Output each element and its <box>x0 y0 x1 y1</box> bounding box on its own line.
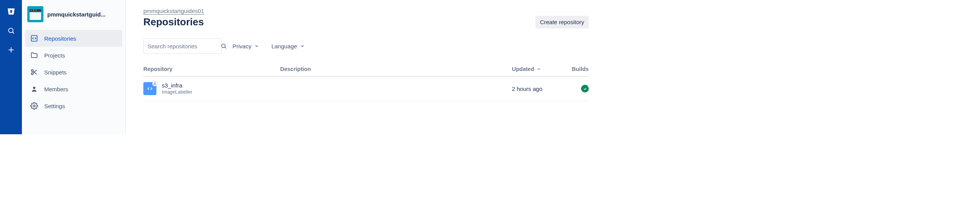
filter-row: Privacy Language <box>143 38 589 54</box>
col-updated[interactable]: Updated <box>512 66 566 72</box>
sidebar-item-snippets[interactable]: Snippets <box>25 64 122 81</box>
chevron-down-icon <box>300 44 305 48</box>
col-builds: Builds <box>566 66 589 72</box>
sidebar-item-label: Members <box>44 86 68 92</box>
svg-rect-13 <box>154 84 156 85</box>
table-row[interactable]: s3_infra ImageLabeller 2 hours ago <box>143 77 589 101</box>
svg-point-9 <box>33 87 35 89</box>
build-status-success-icon[interactable] <box>581 85 589 92</box>
sidebar-item-label: Settings <box>44 103 65 109</box>
filter-label: Privacy <box>233 43 251 49</box>
global-nav-rail <box>0 0 22 134</box>
sidebar-item-label: Projects <box>44 52 65 59</box>
create-icon[interactable] <box>5 44 17 56</box>
sidebar-item-projects[interactable]: Projects <box>25 47 122 64</box>
chevron-down-icon <box>537 67 541 71</box>
workspace-name: pmmquickstartguid... <box>47 11 106 18</box>
svg-line-12 <box>225 47 226 48</box>
sidebar-item-repositories[interactable]: Repositories <box>25 30 122 47</box>
search-icon[interactable] <box>5 25 17 37</box>
sidebar-item-label: Snippets <box>44 69 66 76</box>
scissors-icon <box>30 68 38 76</box>
filter-label: Language <box>271 43 297 49</box>
folder-icon <box>30 51 38 59</box>
person-icon <box>30 86 38 92</box>
sidebar-item-label: Repositories <box>44 35 76 42</box>
svg-point-0 <box>8 28 13 33</box>
repo-updated: 2 hours ago <box>512 86 542 92</box>
search-icon <box>221 43 227 49</box>
language-filter[interactable]: Language <box>270 40 306 53</box>
create-repository-button[interactable]: Create repository <box>535 16 589 28</box>
sidebar-item-members[interactable]: Members <box>25 81 122 97</box>
svg-line-1 <box>12 32 14 33</box>
workspace-sidebar: pmmquickstartguid... Repositories Projec… <box>22 0 126 134</box>
code-icon <box>30 35 38 42</box>
sidebar-nav-list: Repositories Projects Snippets <box>22 28 125 117</box>
search-input[interactable] <box>148 43 221 49</box>
col-repository: Repository <box>143 66 280 72</box>
search-repositories[interactable] <box>143 38 222 54</box>
workspace-avatar <box>27 6 43 22</box>
sidebar-header: pmmquickstartguid... <box>22 5 125 28</box>
repo-name: s3_infra <box>162 82 192 89</box>
repo-project: ImageLabeller <box>162 89 192 95</box>
col-updated-label: Updated <box>512 66 534 72</box>
repo-avatar <box>143 82 156 95</box>
svg-point-10 <box>33 105 35 107</box>
bitbucket-logo-icon[interactable] <box>5 5 17 18</box>
svg-point-11 <box>222 44 225 48</box>
breadcrumb[interactable]: pmmquickstartguides01 <box>143 8 204 14</box>
table-header: Repository Description Updated Builds <box>143 64 589 77</box>
page-title: Repositories <box>143 16 204 28</box>
gear-icon <box>30 102 38 110</box>
privacy-filter[interactable]: Privacy <box>231 40 261 53</box>
chevron-down-icon <box>254 44 259 48</box>
main-content: pmmquickstartguides01 Repositories Creat… <box>126 0 596 134</box>
lock-icon <box>152 81 158 86</box>
sidebar-item-settings[interactable]: Settings <box>25 97 122 114</box>
col-description: Description <box>280 66 512 72</box>
